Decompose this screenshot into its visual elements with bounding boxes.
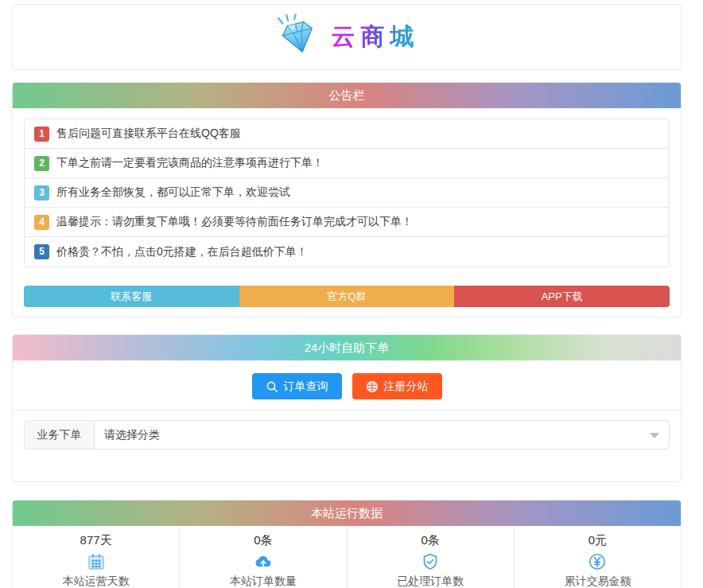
order-actions: 订单查询 注册分站: [13, 360, 681, 410]
chevron-down-icon: [650, 433, 659, 438]
announcement-item: 2 下单之前请一定要看完该商品的注意事项再进行下单！: [25, 149, 669, 178]
contact-service-button[interactable]: 联系客服: [24, 286, 239, 307]
category-select-value: 请选择分类: [104, 428, 160, 442]
self-order-header: 24小时自助下单: [13, 335, 681, 360]
stat-value: 877天: [13, 533, 179, 548]
stat-label: 本站运营天数: [13, 574, 179, 588]
shield-check-icon: [421, 552, 440, 571]
order-query-label: 订单查询: [284, 380, 328, 394]
announcement-button-bar: 联系客服 官方Q群 APP下载: [24, 286, 670, 307]
announcement-list: 1 售后问题可直接联系平台在线QQ客服 2 下单之前请一定要看完该商品的注意事项…: [24, 119, 670, 267]
announcement-item: 5 价格贵？不怕，点击0元搭建，在后台超低价下单！: [25, 237, 669, 267]
announcement-number-badge: 5: [34, 244, 49, 259]
stats-row: 877天 本站运营天数: [13, 526, 681, 588]
search-icon: [266, 380, 278, 393]
site-header: 云商城: [12, 4, 682, 70]
announcement-text: 温馨提示：请勿重复下单哦！必须要等待前面任务订单完成才可以下单！: [56, 215, 413, 229]
globe-icon: [366, 380, 379, 393]
site-logo: 云商城: [274, 14, 420, 61]
stat-label: 已处理订单数: [348, 574, 514, 588]
announcement-text: 所有业务全部恢复，都可以正常下单，欢迎尝试: [56, 185, 290, 200]
stat-label: 本站订单数量: [180, 574, 346, 588]
stats-header: 本站运行数据: [13, 500, 681, 526]
stat-label: 累计交易金额: [515, 574, 681, 588]
diamond-logo-icon: [274, 14, 324, 61]
announcement-section: 公告栏 1 售后问题可直接联系平台在线QQ客服 2 下单之前请一定要看完该商品的…: [12, 82, 682, 317]
stat-value: 0条: [348, 533, 514, 548]
page: 云商城 公告栏 1 售后问题可直接联系平台在线QQ客服 2 下单之前请一定要看完…: [12, 0, 682, 588]
register-substation-button[interactable]: 注册分站: [352, 373, 442, 399]
calendar-icon: [87, 552, 106, 571]
stat-processed-orders: 0条 已处理订单数: [347, 526, 514, 588]
announcement-text: 下单之前请一定要看完该商品的注意事项再进行下单！: [56, 156, 324, 170]
category-select[interactable]: 请选择分类: [94, 420, 670, 450]
announcement-item: 3 所有业务全部恢复，都可以正常下单，欢迎尝试: [25, 178, 669, 208]
site-title: 云商城: [332, 21, 420, 53]
stat-run-days: 877天 本站运营天数: [13, 526, 179, 588]
stat-order-count: 0条 本站订单数量: [179, 526, 346, 588]
announcement-item: 4 温馨提示：请勿重复下单哦！必须要等待前面任务订单完成才可以下单！: [25, 208, 669, 237]
stat-value: 0条: [180, 533, 346, 548]
stat-total-amount: 0元 累计交易金额: [514, 526, 681, 588]
order-query-button[interactable]: 订单查询: [252, 373, 342, 399]
announcement-item: 1 售后问题可直接联系平台在线QQ客服: [25, 119, 669, 149]
app-download-button[interactable]: APP下载: [454, 286, 670, 307]
stat-value: 0元: [515, 533, 681, 548]
self-order-section: 24小时自助下单 订单查询: [12, 334, 682, 482]
announcement-text: 价格贵？不怕，点击0元搭建，在后台超低价下单！: [56, 245, 308, 259]
business-order-row: 业务下单 请选择分类: [24, 420, 670, 450]
announcement-number-badge: 3: [34, 185, 49, 201]
announcement-number-badge: 2: [34, 156, 49, 171]
business-order-label: 业务下单: [24, 420, 94, 450]
register-substation-label: 注册分站: [384, 380, 429, 394]
site-stats-section: 本站运行数据 877天: [12, 500, 682, 588]
cloud-upload-icon: [254, 552, 273, 571]
announcement-text: 售后问题可直接联系平台在线QQ客服: [56, 127, 241, 141]
divider: [13, 410, 681, 411]
announcement-number-badge: 4: [34, 215, 49, 230]
announcement-body: 1 售后问题可直接联系平台在线QQ客服 2 下单之前请一定要看完该商品的注意事项…: [13, 108, 681, 317]
announcement-number-badge: 1: [34, 127, 49, 142]
official-qq-group-button[interactable]: 官方Q群: [239, 286, 455, 307]
yen-circle-icon: [588, 552, 607, 571]
announcement-header: 公告栏: [13, 83, 681, 108]
